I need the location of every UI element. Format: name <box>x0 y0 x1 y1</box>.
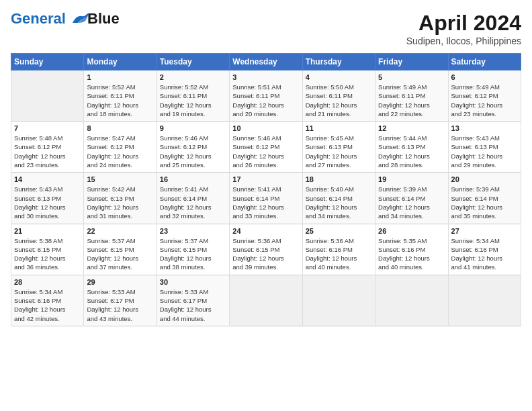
day-header-wednesday: Wednesday <box>230 54 302 71</box>
calendar-week-row: 21Sunrise: 5:38 AM Sunset: 6:15 PM Dayli… <box>11 224 521 275</box>
calendar-cell: 11Sunrise: 5:45 AM Sunset: 6:13 PM Dayli… <box>302 122 375 173</box>
calendar-cell: 26Sunrise: 5:35 AM Sunset: 6:16 PM Dayli… <box>375 224 448 275</box>
day-header-sunday: Sunday <box>11 54 84 71</box>
day-info: Sunrise: 5:37 AM Sunset: 6:15 PM Dayligh… <box>160 236 226 272</box>
day-info: Sunrise: 5:33 AM Sunset: 6:17 PM Dayligh… <box>160 287 226 323</box>
day-number: 21 <box>14 227 81 235</box>
calendar-cell: 20Sunrise: 5:39 AM Sunset: 6:14 PM Dayli… <box>448 173 521 224</box>
calendar-cell <box>448 275 521 326</box>
day-number: 17 <box>232 175 299 183</box>
calendar-week-row: 1Sunrise: 5:52 AM Sunset: 6:11 PM Daylig… <box>11 71 521 122</box>
calendar-cell: 12Sunrise: 5:44 AM Sunset: 6:13 PM Dayli… <box>375 122 448 173</box>
calendar-cell: 21Sunrise: 5:38 AM Sunset: 6:15 PM Dayli… <box>11 224 84 275</box>
calendar-cell <box>11 71 84 122</box>
calendar-header-row: SundayMondayTuesdayWednesdayThursdayFrid… <box>11 54 521 71</box>
day-header-saturday: Saturday <box>448 54 521 71</box>
header: General Blue April 2024 Sudipen, Ilocos,… <box>11 11 521 46</box>
day-number: 14 <box>14 175 81 183</box>
calendar-cell: 4Sunrise: 5:50 AM Sunset: 6:11 PM Daylig… <box>302 71 375 122</box>
day-number: 26 <box>378 227 445 235</box>
day-number: 25 <box>306 227 372 235</box>
day-info: Sunrise: 5:36 AM Sunset: 6:15 PM Dayligh… <box>232 236 299 272</box>
day-info: Sunrise: 5:41 AM Sunset: 6:14 PM Dayligh… <box>160 185 226 220</box>
day-number: 7 <box>14 124 81 132</box>
day-info: Sunrise: 5:33 AM Sunset: 6:17 PM Dayligh… <box>87 287 153 323</box>
day-number: 4 <box>306 73 372 81</box>
day-number: 29 <box>87 278 153 286</box>
day-info: Sunrise: 5:34 AM Sunset: 6:16 PM Dayligh… <box>14 287 81 323</box>
day-number: 18 <box>306 175 372 183</box>
logo-text-blue: Blue <box>87 10 120 27</box>
day-number: 30 <box>160 278 226 286</box>
calendar-cell <box>302 275 375 326</box>
day-info: Sunrise: 5:42 AM Sunset: 6:13 PM Dayligh… <box>87 185 153 220</box>
day-info: Sunrise: 5:49 AM Sunset: 6:11 PM Dayligh… <box>378 83 445 118</box>
day-info: Sunrise: 5:43 AM Sunset: 6:13 PM Dayligh… <box>451 134 518 169</box>
day-info: Sunrise: 5:49 AM Sunset: 6:12 PM Dayligh… <box>451 83 518 118</box>
day-header-thursday: Thursday <box>302 54 375 71</box>
day-number: 22 <box>87 227 153 235</box>
calendar-cell: 28Sunrise: 5:34 AM Sunset: 6:16 PM Dayli… <box>11 275 84 326</box>
day-number: 13 <box>451 124 518 132</box>
day-number: 9 <box>160 124 226 132</box>
calendar-cell: 30Sunrise: 5:33 AM Sunset: 6:17 PM Dayli… <box>157 275 229 326</box>
day-number: 28 <box>14 278 81 286</box>
day-number: 6 <box>451 73 518 81</box>
day-header-friday: Friday <box>375 54 448 71</box>
day-number: 11 <box>306 124 372 132</box>
page-container: General Blue April 2024 Sudipen, Ilocos,… <box>0 0 532 332</box>
calendar-week-row: 28Sunrise: 5:34 AM Sunset: 6:16 PM Dayli… <box>11 275 521 326</box>
day-number: 5 <box>378 73 445 81</box>
day-number: 3 <box>232 73 299 81</box>
calendar-cell: 18Sunrise: 5:40 AM Sunset: 6:14 PM Dayli… <box>302 173 375 224</box>
calendar-cell: 1Sunrise: 5:52 AM Sunset: 6:11 PM Daylig… <box>84 71 157 122</box>
calendar-cell: 17Sunrise: 5:41 AM Sunset: 6:14 PM Dayli… <box>230 173 302 224</box>
calendar-cell: 24Sunrise: 5:36 AM Sunset: 6:15 PM Dayli… <box>230 224 302 275</box>
calendar-cell: 13Sunrise: 5:43 AM Sunset: 6:13 PM Dayli… <box>448 122 521 173</box>
day-number: 2 <box>160 73 226 81</box>
calendar-cell: 15Sunrise: 5:42 AM Sunset: 6:13 PM Dayli… <box>84 173 157 224</box>
calendar-cell: 22Sunrise: 5:37 AM Sunset: 6:15 PM Dayli… <box>84 224 157 275</box>
day-info: Sunrise: 5:37 AM Sunset: 6:15 PM Dayligh… <box>87 236 153 272</box>
day-number: 15 <box>87 175 153 183</box>
day-info: Sunrise: 5:38 AM Sunset: 6:15 PM Dayligh… <box>14 236 81 272</box>
day-info: Sunrise: 5:36 AM Sunset: 6:16 PM Dayligh… <box>306 236 372 272</box>
day-info: Sunrise: 5:44 AM Sunset: 6:13 PM Dayligh… <box>378 134 445 169</box>
month-title: April 2024 <box>406 11 521 36</box>
day-number: 23 <box>160 227 226 235</box>
day-number: 20 <box>451 175 518 183</box>
calendar-cell <box>375 275 448 326</box>
day-info: Sunrise: 5:46 AM Sunset: 6:12 PM Dayligh… <box>160 134 226 169</box>
day-number: 10 <box>232 124 299 132</box>
day-info: Sunrise: 5:39 AM Sunset: 6:14 PM Dayligh… <box>451 185 518 220</box>
day-info: Sunrise: 5:47 AM Sunset: 6:12 PM Dayligh… <box>87 134 153 169</box>
calendar-cell: 6Sunrise: 5:49 AM Sunset: 6:12 PM Daylig… <box>448 71 521 122</box>
calendar-cell: 16Sunrise: 5:41 AM Sunset: 6:14 PM Dayli… <box>157 173 229 224</box>
day-number: 12 <box>378 124 445 132</box>
day-info: Sunrise: 5:34 AM Sunset: 6:16 PM Dayligh… <box>451 236 518 272</box>
calendar-cell: 5Sunrise: 5:49 AM Sunset: 6:11 PM Daylig… <box>375 71 448 122</box>
day-info: Sunrise: 5:41 AM Sunset: 6:14 PM Dayligh… <box>232 185 299 220</box>
day-number: 8 <box>87 124 153 132</box>
day-number: 19 <box>378 175 445 183</box>
day-info: Sunrise: 5:40 AM Sunset: 6:14 PM Dayligh… <box>306 185 372 220</box>
day-number: 27 <box>451 227 518 235</box>
day-info: Sunrise: 5:48 AM Sunset: 6:12 PM Dayligh… <box>14 134 81 169</box>
logo: General Blue <box>11 11 120 27</box>
day-number: 24 <box>232 227 299 235</box>
title-area: April 2024 Sudipen, Ilocos, Philippines <box>406 11 521 46</box>
calendar-cell: 8Sunrise: 5:47 AM Sunset: 6:12 PM Daylig… <box>84 122 157 173</box>
calendar-week-row: 7Sunrise: 5:48 AM Sunset: 6:12 PM Daylig… <box>11 122 521 173</box>
day-info: Sunrise: 5:35 AM Sunset: 6:16 PM Dayligh… <box>378 236 445 272</box>
calendar-cell: 25Sunrise: 5:36 AM Sunset: 6:16 PM Dayli… <box>302 224 375 275</box>
day-info: Sunrise: 5:45 AM Sunset: 6:13 PM Dayligh… <box>306 134 372 169</box>
day-number: 1 <box>87 73 153 81</box>
calendar-cell: 3Sunrise: 5:51 AM Sunset: 6:11 PM Daylig… <box>230 71 302 122</box>
calendar-table: SundayMondayTuesdayWednesdayThursdayFrid… <box>11 53 521 326</box>
day-info: Sunrise: 5:43 AM Sunset: 6:13 PM Dayligh… <box>14 185 81 220</box>
calendar-cell: 2Sunrise: 5:52 AM Sunset: 6:11 PM Daylig… <box>157 71 229 122</box>
day-info: Sunrise: 5:46 AM Sunset: 6:12 PM Dayligh… <box>232 134 299 169</box>
calendar-cell: 7Sunrise: 5:48 AM Sunset: 6:12 PM Daylig… <box>11 122 84 173</box>
day-number: 16 <box>160 175 226 183</box>
day-header-monday: Monday <box>84 54 157 71</box>
